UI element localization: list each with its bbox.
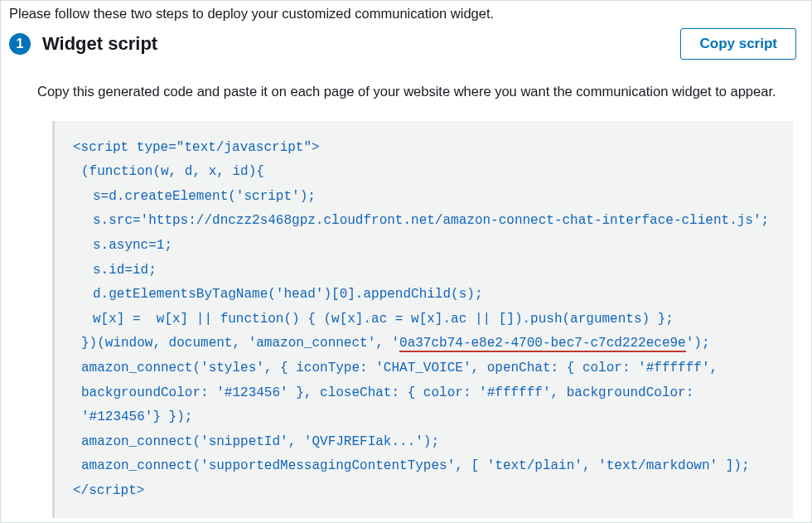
code-line: s.id=id; [73, 259, 775, 283]
section-title: Widget script [42, 33, 157, 55]
header-row: 1 Widget script Copy script [1, 25, 811, 66]
header-left: 1 Widget script [9, 33, 157, 55]
code-line: s.async=1; [73, 234, 775, 259]
intro-text: Please follow these two steps to deploy … [1, 1, 811, 25]
step-badge: 1 [9, 33, 31, 55]
code-line: })(window, document, 'amazon_connect', '… [73, 332, 775, 356]
code-text[interactable]: <script type="text/javascript">(function… [73, 136, 775, 504]
code-line: amazon_connect('styles', { iconType: 'CH… [73, 356, 775, 430]
code-line: d.getElementsByTagName('head')[0].append… [73, 283, 775, 308]
code-text-fragment: })(window, document, 'amazon_connect', ' [81, 336, 399, 351]
code-line: amazon_connect('supportedMessagingConten… [73, 454, 775, 479]
copy-script-button[interactable]: Copy script [680, 28, 796, 60]
code-line: s=d.createElement('script'); [73, 185, 775, 210]
code-line: w[x] = w[x] || function() { (w[x].ac = w… [73, 308, 775, 332]
code-line: (function(w, d, x, id){ [73, 160, 775, 185]
section-description: Copy this generated code and paste it on… [1, 66, 811, 113]
code-line: </script> [73, 479, 775, 504]
code-line: amazon_connect('snippetId', 'QVFJREFIak.… [73, 430, 775, 455]
code-block: <script type="text/javascript">(function… [52, 121, 793, 519]
code-text-fragment: '); [686, 336, 710, 351]
widget-deploy-panel: Please follow these two steps to deploy … [0, 0, 812, 523]
code-line: s.src='https://dnczz2s468gpz.cloudfront.… [73, 209, 775, 234]
highlighted-uuid: 0a37cb74-e8e2-4700-bec7-c7cd222ece9e [399, 336, 686, 352]
code-line: <script type="text/javascript"> [73, 136, 775, 161]
